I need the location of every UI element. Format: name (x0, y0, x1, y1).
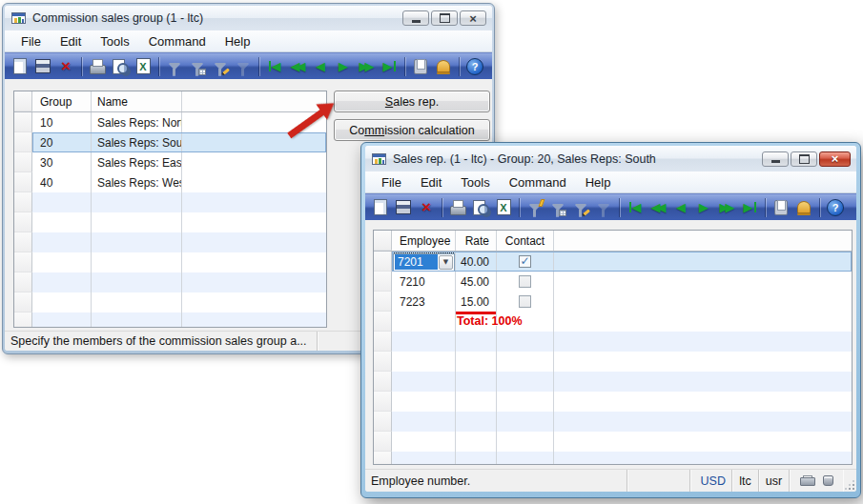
row-selector[interactable] (14, 172, 32, 192)
filter-icon[interactable] (524, 197, 545, 218)
status-currency[interactable]: USD (690, 470, 732, 492)
row-selector[interactable] (14, 152, 32, 172)
sales-rep-button[interactable]: Sales rep. (334, 91, 490, 112)
print-preview-icon[interactable] (470, 197, 491, 218)
row-selector[interactable] (374, 292, 392, 312)
name-cell: Sales Reps: East (92, 152, 182, 172)
delete-icon[interactable]: × (55, 56, 76, 77)
filter-by-grid-icon[interactable] (547, 197, 568, 218)
last-record-icon[interactable]: ▶ (739, 197, 760, 218)
remove-filter-icon[interactable] (593, 197, 614, 218)
print-icon[interactable] (87, 56, 108, 77)
document-handling-icon[interactable] (410, 56, 431, 77)
table-row-selected[interactable]: 20 Sales Reps: South (14, 132, 326, 152)
column-header-name[interactable]: Name (92, 91, 182, 111)
dropdown-arrow-icon[interactable]: ▼ (439, 255, 453, 270)
row-selector[interactable] (374, 272, 392, 292)
previous-record-icon[interactable]: ◀ (310, 56, 331, 77)
menu-command[interactable]: Command (140, 32, 215, 50)
commission-calculation-button[interactable]: Commission calculation (334, 119, 490, 141)
rate-cell[interactable]: 45.00 (456, 272, 497, 292)
export-to-excel-icon[interactable] (493, 197, 514, 218)
rate-cell[interactable]: 40.00 (456, 252, 497, 272)
new-icon[interactable] (10, 56, 31, 77)
employee-combobox[interactable]: 7201 ▼ (393, 253, 455, 272)
database-icon[interactable] (823, 475, 833, 486)
empty-row (374, 372, 852, 392)
last-record-icon[interactable]: ▶ (379, 56, 400, 77)
export-to-excel-icon[interactable] (133, 56, 154, 77)
printer-icon[interactable] (800, 475, 813, 486)
column-header-group[interactable]: Group (32, 91, 92, 111)
titlebar[interactable]: Sales rep. (1 - ltc) - Group: 20, Sales … (365, 146, 856, 171)
print-icon[interactable] (447, 197, 468, 218)
new-icon[interactable] (370, 197, 391, 218)
previous-record-icon[interactable]: ◀ (670, 197, 691, 218)
titlebar[interactable]: Commission sales group (1 - ltc) × (5, 6, 492, 30)
maximize-button[interactable] (791, 151, 817, 167)
maximize-button[interactable] (431, 10, 458, 26)
table-row[interactable]: 10 Sales Reps: North (14, 112, 326, 132)
status-company[interactable]: ltc (732, 470, 759, 492)
column-header-employee[interactable]: Employee (392, 231, 456, 251)
filter-by-field-icon[interactable] (210, 56, 231, 77)
next-record-icon[interactable]: ▶ (333, 56, 354, 77)
remove-filter-icon[interactable] (233, 56, 254, 77)
print-preview-icon[interactable] (110, 56, 131, 77)
row-selector[interactable] (374, 252, 392, 272)
next-group-icon[interactable]: ▶▶ (356, 56, 377, 77)
next-group-icon[interactable]: ▶▶ (716, 197, 737, 218)
resize-grip[interactable] (843, 478, 855, 491)
table-row[interactable]: 30 Sales Reps: East (14, 152, 326, 172)
menu-command[interactable]: Command (501, 173, 575, 192)
help-icon[interactable] (464, 56, 485, 77)
contact-checkbox[interactable] (519, 255, 531, 268)
alerts-icon[interactable] (433, 56, 454, 77)
menu-edit[interactable]: Edit (51, 32, 90, 50)
next-record-icon[interactable]: ▶ (693, 197, 714, 218)
help-icon[interactable] (825, 197, 846, 218)
contact-checkbox[interactable] (519, 275, 531, 288)
close-button[interactable]: × (460, 10, 486, 26)
previous-group-icon[interactable]: ◀◀ (647, 197, 668, 218)
menu-edit[interactable]: Edit (412, 173, 450, 192)
column-header-rate[interactable]: Rate (456, 231, 497, 251)
rate-cell[interactable]: 15.00 (456, 292, 497, 312)
row-selector[interactable] (14, 132, 32, 152)
minimize-button[interactable] (402, 10, 429, 26)
empty-row (14, 212, 326, 232)
previous-group-icon[interactable]: ◀◀ (287, 56, 308, 77)
menu-help[interactable]: Help (216, 32, 259, 50)
filter-by-grid-icon[interactable] (187, 56, 208, 77)
employee-cell[interactable]: 7223 (392, 292, 456, 312)
menu-help[interactable]: Help (577, 173, 620, 192)
minimize-button[interactable] (762, 151, 789, 167)
first-record-icon[interactable]: ◀ (625, 197, 646, 218)
delete-icon[interactable]: × (416, 197, 437, 218)
employee-value[interactable]: 7201 (395, 254, 438, 270)
table-row-selected[interactable]: 7201 ▼ 40.00 (374, 252, 852, 272)
alerts-icon[interactable] (793, 197, 814, 218)
filter-icon[interactable] (164, 56, 185, 77)
toolbar: × ◀ ◀◀ ◀ ▶ ▶▶ ▶ (5, 52, 492, 79)
table-row[interactable]: 7210 45.00 (374, 272, 852, 292)
column-header-contact[interactable]: Contact (497, 231, 554, 251)
document-handling-icon[interactable] (771, 197, 791, 218)
row-selector[interactable] (14, 112, 32, 132)
menu-file[interactable]: File (12, 32, 50, 50)
close-button[interactable]: × (819, 151, 851, 167)
menu-tools[interactable]: Tools (452, 173, 498, 192)
employee-cell[interactable]: 7210 (392, 272, 456, 292)
toolbar-separator (619, 198, 620, 217)
contact-checkbox[interactable] (519, 295, 531, 308)
filter-by-field-icon[interactable] (570, 197, 591, 218)
status-user[interactable]: usr (759, 470, 790, 492)
first-record-icon[interactable]: ◀ (264, 56, 285, 77)
table-row[interactable]: 7223 15.00 (374, 292, 852, 312)
save-icon[interactable] (32, 56, 53, 77)
menu-tools[interactable]: Tools (92, 32, 137, 50)
table-row[interactable]: 40 Sales Reps: West (14, 172, 326, 192)
menu-file[interactable]: File (373, 173, 410, 192)
row-selector[interactable] (374, 312, 392, 332)
save-icon[interactable] (393, 197, 414, 218)
